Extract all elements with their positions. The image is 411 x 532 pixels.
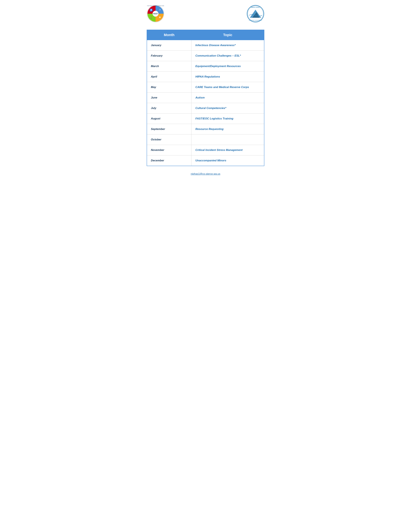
topic-cell: Resource Requesting <box>191 124 264 134</box>
month-cell: April <box>147 72 191 82</box>
svg-text:♿: ♿ <box>149 9 153 12</box>
month-cell: June <box>147 93 191 103</box>
topic-cell: Unaccompanied Minors <box>191 155 264 166</box>
month-cell: February <box>147 51 191 61</box>
topic-cell: HIPAA Regulations <box>191 72 264 82</box>
table-row: SeptemberResource Requesting <box>147 124 264 134</box>
table-row: MayCARE Teams and Medical Reserve Corps <box>147 82 264 93</box>
footer: niphas1@co.pierce.wa.us <box>147 172 264 175</box>
topic-cell: Equipment/Deployment Resources <box>191 61 264 72</box>
table-row: JulyCultural Competencies* <box>147 103 264 114</box>
svg-text:FUNCTIONAL ASSESSMENT SERVICE : FUNCTIONAL ASSESSMENT SERVICE TEAM <box>147 5 164 6</box>
topic-cell: CARE Teams and Medical Reserve Corps <box>191 82 264 93</box>
month-cell: September <box>147 124 191 134</box>
table-row: AprilHIPAA Regulations <box>147 72 264 82</box>
topic-cell: Autism <box>191 93 264 103</box>
fast-logo: ♿ ? ✚ 🚶 FAST FUNCTIONAL ASSESSMENT SERVI… <box>147 5 164 23</box>
svg-text:PIERCE COUNTY: PIERCE COUNTY <box>251 7 260 8</box>
month-cell: December <box>147 155 191 166</box>
topic-cell: Cultural Competencies* <box>191 103 264 114</box>
month-cell: October <box>147 134 191 145</box>
topic-cell: Infectious Disease Awareness* <box>191 40 264 51</box>
month-cell: March <box>147 61 191 72</box>
svg-text:EMERGENCY MANAGEMENT: EMERGENCY MANAGEMENT <box>249 20 262 21</box>
topic-cell <box>191 134 264 145</box>
pierce-county-logo: PIERCE COUNTY EMERGENCY MANAGEMENT <box>247 5 264 23</box>
table-row: JuneAutism <box>147 93 264 103</box>
month-cell: May <box>147 82 191 93</box>
topic-header: Topic <box>191 30 264 40</box>
topic-cell: Critical Incident Stress Management <box>191 145 264 155</box>
month-header: Month <box>147 30 191 40</box>
table-row: FebruaryCommunication Challenges – ESL* <box>147 51 264 61</box>
topic-cell: Communication Challenges – ESL* <box>191 51 264 61</box>
month-cell: August <box>147 114 191 124</box>
training-schedule-table: Month Topic JanuaryInfectious Disease Aw… <box>147 30 264 166</box>
table-row: DecemberUnaccompanied Minors <box>147 155 264 166</box>
svg-text:?: ? <box>159 9 161 11</box>
month-cell: November <box>147 145 191 155</box>
topic-cell: FAST/EOC Logistics Training <box>191 114 264 124</box>
table-row: AugustFAST/EOC Logistics Training <box>147 114 264 124</box>
table-row: JanuaryInfectious Disease Awareness* <box>147 40 264 51</box>
table-row: October <box>147 134 264 145</box>
table-row: MarchEquipment/Deployment Resources <box>147 61 264 72</box>
month-cell: January <box>147 40 191 51</box>
table-row: NovemberCritical Incident Stress Managem… <box>147 145 264 155</box>
svg-text:🚶: 🚶 <box>150 16 153 19</box>
svg-text:✚: ✚ <box>159 16 161 19</box>
email-link[interactable]: niphas1@co.pierce.wa.us <box>191 172 220 175</box>
month-cell: July <box>147 103 191 114</box>
page-header: ♿ ? ✚ 🚶 FAST FUNCTIONAL ASSESSMENT SERVI… <box>147 5 264 23</box>
svg-text:FAST: FAST <box>153 13 158 15</box>
